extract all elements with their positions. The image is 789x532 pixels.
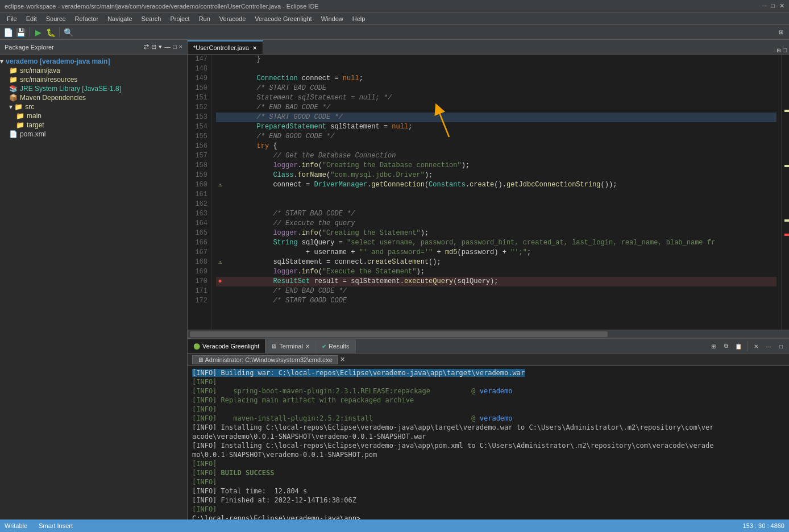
code-line-161	[216, 190, 776, 200]
menu-item-search[interactable]: Search	[137, 13, 166, 24]
code-editor[interactable]: 1471481491501511521531541551561571581591…	[188, 55, 789, 330]
terminal-line-8: [INFO] Installing C:\local-repos\Eclipse…	[192, 441, 784, 450]
menu-item-help[interactable]: Help	[348, 13, 370, 24]
warning-icon: ⚠	[218, 180, 222, 190]
bottom-toolbar: ⊞ ⧉ 📋 ✕ — □	[705, 339, 789, 353]
package-explorer-minimize[interactable]: —	[164, 43, 171, 51]
terminal-maximize-btn[interactable]: □	[775, 340, 787, 352]
terminal-line-9: mo\0.0.1-SNAPSHOT\verademo-0.0.1-SNAPSHO…	[192, 450, 784, 459]
code-content[interactable]: } Connection connect = null; /* START BA…	[211, 55, 781, 330]
tab-results[interactable]: ✔ Results	[316, 339, 356, 353]
code-text-152: /* END BAD CODE */	[224, 103, 330, 113]
line-number-151: 151	[188, 93, 207, 103]
toolbar-debug[interactable]: 🐛	[45, 27, 56, 38]
code-text-165: logger.info("Creating the Statement");	[224, 228, 429, 238]
package-explorer-maximize[interactable]: □	[173, 43, 177, 51]
editor-tab-usercontroller[interactable]: *UserController.java ✕	[188, 40, 263, 54]
maximize-button[interactable]: □	[771, 2, 775, 10]
code-text-155: /* END GOOD CODE */	[224, 132, 334, 142]
menu-item-run[interactable]: Run	[194, 13, 215, 24]
tree-label: pom.xml	[20, 130, 45, 138]
tree-item-main[interactable]: 📁main	[0, 111, 187, 120]
terminal-new-btn[interactable]: ⊞	[708, 340, 719, 352]
menu-item-source[interactable]: Source	[41, 13, 70, 24]
package-explorer-close[interactable]: ×	[179, 43, 182, 51]
tree-item-jre-system-library-[[interactable]: 📚JRE System Library [JavaSE-1.8]	[0, 84, 187, 93]
code-text-163: /* START BAD CODE */	[224, 209, 355, 219]
line-number-156: 156	[188, 142, 207, 151]
line-number-149: 149	[188, 74, 207, 84]
status-writable: Writable	[5, 522, 27, 529]
menu-item-navigate[interactable]: Navigate	[103, 13, 136, 24]
code-line-165: logger.info("Creating the Statement");	[216, 228, 776, 238]
toolbar-search[interactable]: 🔍	[63, 27, 74, 38]
tree-label: target	[27, 121, 44, 129]
terminal-line-10: [INFO]	[192, 459, 784, 468]
horizontal-scrollbar[interactable]	[188, 330, 789, 338]
line-number-166: 166	[188, 238, 207, 248]
line-number-153: 153	[188, 113, 207, 122]
tab-veracode-greenlight-label: Veracode Greenlight	[202, 343, 259, 350]
line-number-165: 165	[188, 228, 207, 238]
terminal-text: mo\0.0.1-SNAPSHOT\verademo-0.0.1-SNAPSHO…	[192, 451, 377, 459]
menu-item-refactor[interactable]: Refactor	[70, 13, 103, 24]
terminal-tab-close[interactable]: ✕	[305, 343, 310, 350]
tab-terminal[interactable]: 🖥 Terminal ✕	[265, 339, 316, 353]
package-explorer-sync[interactable]: ⇄	[144, 43, 149, 51]
menu-item-edit[interactable]: Edit	[22, 13, 41, 24]
terminal-copy-btn[interactable]: ⧉	[720, 340, 732, 352]
terminal-title[interactable]: 🖥 Administrator: C:\Windows\system32\cmd…	[192, 355, 338, 364]
editor-maximize-btn[interactable]: □	[783, 47, 787, 54]
terminal-content[interactable]: [INFO] Building war: C:\local-repos\Ecli…	[188, 366, 789, 519]
toolbar-save[interactable]: 💾	[15, 27, 26, 38]
terminal-paste-btn[interactable]: 📋	[733, 340, 744, 352]
terminal-success: BUILD SUCCESS	[221, 469, 275, 477]
package-explorer-collapse[interactable]: ⊟	[151, 43, 156, 51]
menu-item-veracode[interactable]: Veracode	[215, 13, 250, 24]
package-explorer-menu[interactable]: ▾	[159, 43, 162, 51]
results-icon: ✔	[322, 343, 326, 350]
tree-icon: ▾	[0, 57, 3, 65]
menu-item-veracode-greenlight[interactable]: Veracode Greenlight	[250, 13, 316, 24]
menu-item-window[interactable]: Window	[317, 13, 348, 24]
toolbar-perspective[interactable]: ⊞	[775, 27, 787, 38]
editor-tab-close[interactable]: ✕	[252, 45, 257, 51]
menu-item-project[interactable]: Project	[165, 13, 194, 24]
menu-item-file[interactable]: File	[2, 13, 22, 24]
terminal-link: verademo	[480, 414, 513, 422]
toolbar-run[interactable]: ▶	[32, 27, 44, 38]
tree-item-pom.xml[interactable]: 📄pom.xml	[0, 130, 187, 139]
close-button[interactable]: ✕	[779, 2, 784, 10]
terminal-line-15: [INFO]	[192, 505, 784, 514]
code-line-167: + username + "' and password='" + md5(pa…	[216, 248, 776, 257]
line-number-148: 148	[188, 64, 207, 74]
line-marker-168: ⚠	[216, 257, 224, 267]
tree-item-src[interactable]: ▾ 📁src	[0, 102, 187, 111]
minimize-button[interactable]: ─	[762, 2, 767, 10]
tab-veracode-greenlight[interactable]: 🟢 Veracode Greenlight	[188, 339, 265, 353]
terminal-line-3: [INFO] Replacing main artifact with repa…	[192, 396, 784, 405]
tree-item-target[interactable]: 📁target	[0, 120, 187, 130]
code-text-171: /* END BAD CODE */	[224, 286, 347, 296]
code-line-160: ⚠ connect = DriverManager.getConnection(…	[216, 180, 776, 190]
tree-item-verademo-[verademo-j[interactable]: ▾verademo [verademo-java main]	[0, 57, 187, 66]
code-text-147: }	[224, 55, 261, 64]
terminal-clear-btn[interactable]: ✕	[750, 340, 762, 352]
package-explorer: Package Explorer ⇄ ⊟ ▾ — □ × ▾verademo […	[0, 40, 188, 519]
tree-item-src/main/java[interactable]: 📁src/main/java	[0, 66, 187, 75]
line-number-169: 169	[188, 267, 207, 277]
terminal-minimize-btn[interactable]: —	[763, 340, 774, 352]
code-line-170: ● ResultSet result = sqlStatement.execut…	[216, 277, 776, 286]
code-line-147: }	[216, 55, 776, 64]
line-number-167: 167	[188, 248, 207, 257]
tree-label: verademo [verademo-java main]	[6, 57, 110, 65]
tree-item-src/main/resources[interactable]: 📁src/main/resources	[0, 75, 187, 84]
toolbar-new[interactable]: 📄	[2, 27, 14, 38]
editor-options-btn[interactable]: ⊟	[777, 47, 781, 54]
terminal-info-label: [INFO]	[192, 469, 221, 477]
code-text-160: connect = DriverManager.getConnection(Co…	[224, 180, 617, 190]
terminal-highlight: [INFO] Building war: C:\local-repos\Ecli…	[192, 369, 525, 377]
tree-item-maven-dependencies[interactable]: 📦Maven Dependencies	[0, 93, 187, 102]
right-gutter-scrollbar[interactable]	[781, 55, 789, 330]
terminal-title-close[interactable]: ✕	[340, 356, 345, 363]
